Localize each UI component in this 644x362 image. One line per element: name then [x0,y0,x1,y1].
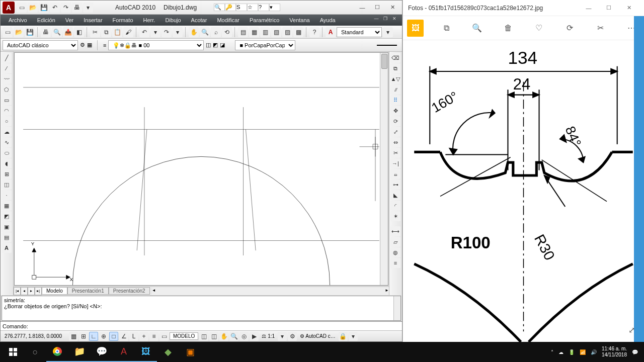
insert-icon[interactable]: ⊞ [2,169,12,179]
help-icon[interactable]: ? [258,4,269,11]
photos-task-icon[interactable]: 🖼 [135,342,157,362]
qcalc-icon[interactable]: ▩ [293,27,303,37]
join-icon[interactable]: ⊶ [390,179,400,190]
open2-icon[interactable]: 📂 [14,27,24,37]
menu-herr[interactable]: Herr. [138,16,160,25]
markup-icon[interactable]: ▨ [282,27,292,37]
quickview-l-icon[interactable]: ◫ [199,332,208,341]
grid-icon[interactable]: ⊞ [79,332,88,341]
spline-icon[interactable]: ∿ [2,137,12,147]
showmotion-icon[interactable]: ▶ [250,332,259,341]
canvas-hscrollbar[interactable] [152,288,389,295]
key-icon[interactable]: 🔑 [225,4,236,11]
toolpal-icon[interactable]: ▥ [260,27,270,37]
redo-icon[interactable]: ↷ [61,3,71,13]
photos-canvas[interactable]: 134 24 160° [403,40,644,342]
star-icon[interactable]: ☆ [247,4,258,11]
drawing-canvas[interactable]: Y X [14,52,388,286]
polar-icon[interactable]: ⊕ [99,332,108,341]
point-icon[interactable]: · [2,190,12,200]
photos-close-button[interactable]: ✕ [619,1,639,15]
undo-icon[interactable]: ↶ [50,3,60,13]
command-input[interactable]: Comando: [1,321,402,330]
textstyle-select[interactable]: Standard [337,27,382,37]
whatsapp-icon[interactable]: 💬 [91,342,113,362]
circle-icon[interactable]: ○ [2,116,12,126]
menu-ayuda[interactable]: Ayuda [315,16,341,25]
layer-select[interactable]: 💡❄🔒🖶 ■ 00 [108,40,204,50]
lock-icon[interactable]: 🔒 [339,332,348,341]
redo2-icon[interactable]: ↷ [162,27,172,37]
ellipsearc-icon[interactable]: ◖ [2,158,12,168]
cut-icon[interactable]: ✂ [90,27,100,37]
plot-icon[interactable]: 🖶 [41,27,51,37]
otrack-icon[interactable]: ∠ [119,332,128,341]
coordinates[interactable]: 276.2777, 1.8183, 0.0000 [3,333,68,339]
photos-maximize-button[interactable]: ☐ [599,1,619,15]
region-icon[interactable]: ▣ [2,222,12,232]
undo2-icon[interactable]: ↶ [139,27,149,37]
save2-icon[interactable]: 💾 [25,27,35,37]
ws-status[interactable]: ⚙ AutoCAD c… [298,333,338,339]
close-button[interactable]: ✕ [385,3,400,13]
scale-icon[interactable]: ⤢ [390,127,400,137]
textstyle-drop-icon[interactable]: ▾ [383,27,393,37]
3ddwf-icon[interactable]: ◧ [74,27,84,37]
mdi-restore-icon[interactable]: ❐ [381,16,390,24]
rotate-icon[interactable]: ⟳ [390,116,400,126]
tab-presentacion1[interactable]: Presentación1 [67,287,109,295]
print-icon[interactable]: 🖶 [72,3,82,13]
comm-icon[interactable]: S [236,4,247,11]
color-select[interactable]: ■ PorCapaPorCapa [235,40,295,50]
dyn-icon[interactable]: + [139,332,148,341]
match-icon[interactable]: 🖌 [123,27,133,37]
layer-tool1-icon[interactable]: ◫ [206,42,211,48]
menu-ver[interactable]: Ver [60,16,79,25]
qat-dropdown-icon[interactable]: ▾ [83,3,93,13]
stretch-icon[interactable]: ⇔ [390,137,400,147]
zoomrt-icon[interactable]: 🔍 [200,27,210,37]
workspace-select[interactable]: AutoCAD clásico [3,40,78,50]
menu-dibujo[interactable]: Dibujo [160,16,186,25]
pan-icon[interactable]: ✋ [189,27,199,37]
favorite-icon[interactable]: ♡ [531,20,547,37]
mtext-icon[interactable]: A [2,243,12,253]
menu-parametrico[interactable]: Paramétrico [245,16,284,25]
layer-tool3-icon[interactable]: ◪ [220,42,225,48]
crop-icon[interactable]: ✂ [592,20,609,37]
textstyle-icon[interactable]: A [326,27,336,37]
zoomprev-icon[interactable]: ⟲ [222,27,232,37]
paste-icon[interactable]: 📋 [112,27,122,37]
preview-icon[interactable]: 🔍 [52,27,62,37]
chrome-icon[interactable] [46,342,68,362]
menu-edicion[interactable]: Edición [32,16,60,25]
delete-icon[interactable]: 🗑 [500,20,516,37]
compare-icon[interactable]: ⧉ [438,20,454,37]
menu-acotar[interactable]: Acotar [186,16,212,25]
tab-next-icon[interactable]: ▸ [28,287,35,295]
cmd-vscrollbar[interactable] [393,296,400,320]
menu-insertar[interactable]: Insertar [78,16,107,25]
help-dropdown-icon[interactable]: ▾ [269,4,280,11]
tray-chevron-icon[interactable]: ˄ [551,349,553,355]
erase-icon[interactable]: ⌫ [390,53,400,63]
break-icon[interactable]: ⏛ [390,169,400,179]
rectangle-icon[interactable]: ▭ [2,95,12,105]
menu-modificar[interactable]: Modificar [212,16,245,25]
help2-icon[interactable]: ? [309,27,319,37]
mirror-icon[interactable]: ▲▽ [390,74,400,84]
gradient-icon[interactable]: ◩ [2,211,12,221]
lwt-icon[interactable]: ≡ [149,332,158,341]
explorer-icon[interactable]: 📁 [68,342,91,362]
notifications-icon[interactable]: 💬 [632,349,638,355]
ortho-icon[interactable]: ∟ [89,332,98,341]
revcloud-icon[interactable]: ☁ [2,127,12,137]
layer-mgr-icon[interactable]: ≡ [103,42,106,48]
snap-icon[interactable]: ▦ [69,332,78,341]
menu-archivo[interactable]: Archivo [4,16,32,25]
explode-icon[interactable]: ✶ [390,211,400,221]
steering-icon[interactable]: ◎ [239,332,249,341]
pline-icon[interactable]: 〰 [2,74,12,84]
model-button[interactable]: MODELO [170,332,198,340]
collection-icon[interactable]: 🖼 [407,20,424,37]
